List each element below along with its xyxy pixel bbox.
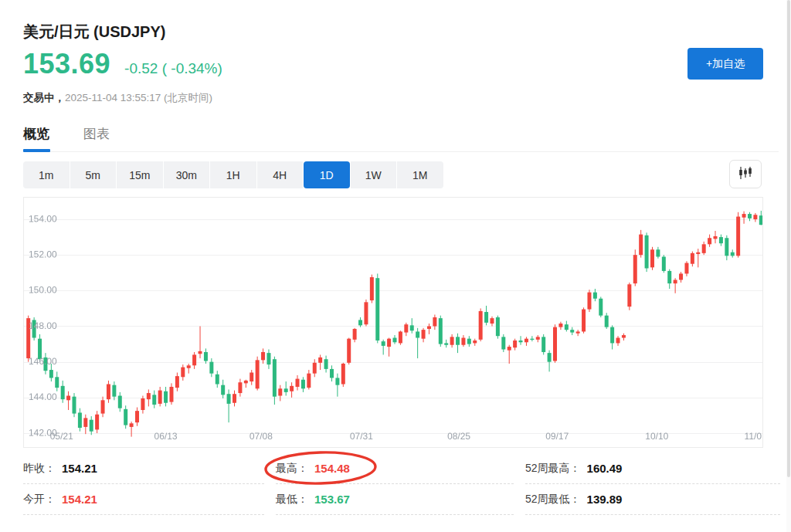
interval-1D[interactable]: 1D [304,161,350,188]
stat-row: 52周最低：139.89 [525,484,780,515]
active-tab-indicator [23,149,50,152]
current-price: 153.69 [23,48,110,80]
stat-label: 昨收： [23,462,56,476]
stat-value: 154.21 [62,493,97,506]
stat-value: 160.49 [587,462,623,475]
interval-4H[interactable]: 4H [257,161,304,188]
stat-row: 52周最高：160.49 [525,453,780,484]
scrollbar-thumb[interactable] [787,0,790,477]
candlestick-canvas[interactable] [24,198,762,447]
candlestick-chart[interactable] [23,197,763,448]
add-watchlist-button[interactable]: +加自选 [687,48,763,80]
tab-chart[interactable]: 图表 [83,125,110,154]
candlestick-icon [738,166,753,183]
price-row: 153.69 -0.52 ( -0.34%) [23,48,222,80]
timezone-note: (北京时间) [161,92,212,103]
interval-selector: 1m5m15m30m1H4H1D1W1M [23,161,443,188]
interval-1m[interactable]: 1m [23,161,70,188]
stat-column-1: 最高：154.48最低：153.67 [276,453,514,515]
page-title: 美元/日元 (USDJPY) [23,22,165,42]
stat-value: 154.48 [314,462,350,475]
stat-label: 52周最低： [525,493,581,507]
stat-value: 139.89 [587,493,623,506]
stat-label: 最高： [276,462,308,476]
price-change: -0.52 ( -0.34%) [124,60,222,77]
chart-style-button[interactable] [729,160,762,188]
trading-status-label: 交易中， [23,92,65,103]
market-status: 交易中，2025-11-04 13:55:17 (北京时间) [23,91,212,105]
stat-row: 今开：154.21 [23,484,264,515]
interval-30m[interactable]: 30m [164,161,210,188]
stat-label: 最低： [276,493,308,507]
interval-15m[interactable]: 15m [117,161,163,188]
stat-value: 154.21 [62,462,97,475]
interval-1W[interactable]: 1W [351,161,397,188]
stat-row: 最低：153.67 [276,484,514,515]
quote-page: 美元/日元 (USDJPY) 153.69 -0.52 ( -0.34%) 交易… [0,0,791,532]
stat-label: 今开： [23,493,56,507]
quote-timestamp: 2025-11-04 13:55:17 [65,92,161,103]
tabs-divider [23,151,779,152]
interval-1M[interactable]: 1M [397,161,443,188]
stat-column-2: 52周最高：160.4952周最低：139.89 [525,453,780,515]
page-scrollbar[interactable] [786,0,791,532]
interval-5m[interactable]: 5m [70,161,117,188]
stat-column-0: 昨收：154.21今开：154.21 [23,453,264,515]
interval-1H[interactable]: 1H [210,161,256,188]
stat-label: 52周最高： [525,462,581,476]
stat-row: 昨收：154.21 [23,453,264,484]
stat-row: 最高：154.48 [276,453,514,484]
stat-value: 153.67 [314,493,350,506]
